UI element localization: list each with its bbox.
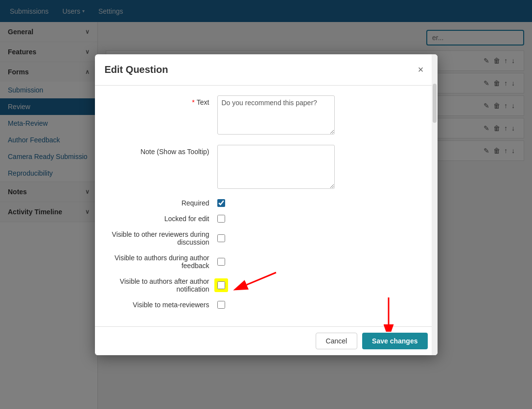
modal-overlay: Edit Question × *Text Do you recommend t… [0,0,532,409]
close-button[interactable]: × [414,62,428,77]
locked-checkbox[interactable] [217,215,225,223]
visible-authors-feedback-label: Visible to authors during author feedbac… [110,254,217,270]
visible-meta-row: Visible to meta-reviewers [110,301,423,309]
visible-other-checkbox[interactable] [217,234,225,242]
visible-authors-feedback-checkbox[interactable] [217,258,225,266]
text-field-row: *Text Do you recommend this paper? [110,95,423,136]
svg-line-1 [247,273,276,285]
locked-label: Locked for edit [110,215,217,223]
text-field-control: Do you recommend this paper? [217,95,423,136]
edit-question-modal: Edit Question × *Text Do you recommend t… [95,54,438,355]
visible-authors-notification-label: Visible to authors after author notifica… [110,277,217,293]
required-checkbox[interactable] [217,199,225,207]
visible-other-row: Visible to other reviewers during discus… [110,230,423,246]
highlight-wrapper [217,281,225,289]
modal-title: Edit Question [105,64,168,75]
modal-scrollbar[interactable] [432,54,438,355]
locked-row: Locked for edit [110,215,423,223]
required-label: Required [110,199,217,207]
text-input[interactable]: Do you recommend this paper? [217,95,335,135]
scrollbar-thumb [433,84,437,123]
visible-authors-feedback-row: Visible to authors during author feedbac… [110,254,423,270]
text-label: *Text [110,95,217,106]
visible-meta-checkbox[interactable] [217,301,225,309]
note-label: Note (Show as Tooltip) [110,145,217,156]
modal-body: *Text Do you recommend this paper? Note … [95,86,438,326]
visible-other-label: Visible to other reviewers during discus… [110,230,217,246]
visible-authors-notification-checkbox[interactable] [217,281,225,289]
note-field-row: Note (Show as Tooltip) [110,145,423,190]
modal-header: Edit Question × [95,54,438,86]
visible-authors-notification-row: Visible to authors after author notifica… [110,277,423,293]
cancel-button[interactable]: Cancel [316,333,358,349]
required-star: * [192,98,194,106]
note-field-control [217,145,423,190]
modal-footer: Cancel Save changes [95,326,438,355]
visible-meta-label: Visible to meta-reviewers [110,301,217,309]
required-row: Required [110,199,423,207]
save-changes-button[interactable]: Save changes [362,333,427,349]
note-input[interactable] [217,145,335,189]
